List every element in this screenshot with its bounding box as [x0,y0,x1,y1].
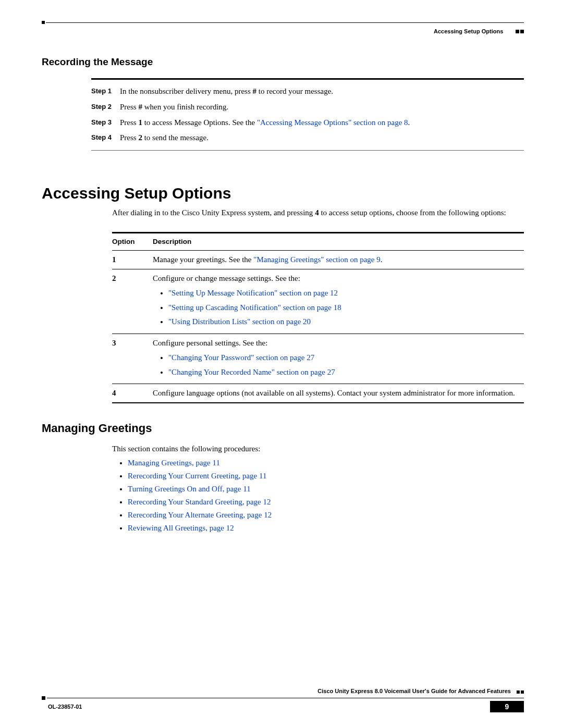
option-number: 2 [112,269,153,334]
footer-line [47,698,524,698]
option-sublist: "Setting Up Message Notification" sectio… [153,287,520,328]
xref-link[interactable]: Rerecording Your Alternate Greeting, pag… [128,511,272,519]
list-item: Managing Greetings, page 11 [128,459,524,467]
list-item: "Changing Your Recorded Name" section on… [168,366,520,378]
xref-link[interactable]: Turning Greetings On and Off, page 11 [128,485,251,493]
header-line [46,22,524,23]
xref-link[interactable]: "Changing Your Password" section on page… [168,353,314,362]
step-row: Step 1 In the nonsubscriber delivery men… [91,84,524,100]
option-number: 1 [112,251,153,269]
setup-intro: After dialing in to the Cisco Unity Expr… [112,207,524,219]
table-row: 3 Configure personal settings. See the: … [112,334,524,384]
list-item: Rerecording Your Alternate Greeting, pag… [128,511,524,520]
list-item: "Using Distribution Lists" section on pa… [168,316,520,328]
option-desc: Configure personal settings. See the: "C… [153,334,524,384]
footer-guide-row: Cisco Unity Express 8.0 Voicemail User's… [42,688,524,695]
steps-top-rule [91,78,524,80]
option-number: 4 [112,384,153,403]
list-item: Turning Greetings On and Off, page 11 [128,485,524,493]
option-sublist: "Changing Your Password" section on page… [153,352,520,378]
step-label: Step 2 [91,102,120,113]
steps-list: Step 1 In the nonsubscriber delivery men… [91,84,524,146]
footer-guide-title: Cisco Unity Express 8.0 Voicemail User's… [317,688,511,694]
xref-link[interactable]: Rerecording Your Current Greeting, page … [128,472,266,480]
step-row: Step 3 Press 1 to access Message Options… [91,115,524,131]
xref-link[interactable]: "Managing Greetings" section on page 9 [253,255,380,264]
table-row: 2 Configure or change message settings. … [112,269,524,334]
footer-rule [42,696,524,700]
footer-doc-number: OL-23857-01 [48,704,82,710]
footer-squares-icon [516,688,524,695]
xref-link[interactable]: "Using Distribution Lists" section on pa… [168,317,311,326]
table-row: 4 Configure language options (not availa… [112,384,524,403]
greetings-heading: Managing Greetings [42,422,524,435]
header-rule [42,21,524,24]
step-label: Step 3 [91,117,120,129]
options-col-head-desc: Description [153,232,524,250]
option-number: 3 [112,334,153,384]
document-page: Accessing Setup Options Recording the Me… [0,0,563,728]
list-item: Reviewing All Greetings, page 12 [128,524,524,533]
options-col-head-option: Option [112,232,153,250]
page-footer: Cisco Unity Express 8.0 Voicemail User's… [42,688,524,712]
step-label: Step 1 [91,86,120,97]
option-desc: Configure language options (not availabl… [153,384,524,403]
list-item: Rerecording Your Current Greeting, page … [128,472,524,480]
options-table: Option Description 1 Manage your greetin… [112,232,524,403]
page-number-box: 9 [490,701,524,712]
recording-heading: Recording the Message [42,56,524,68]
steps-bottom-rule [91,150,524,151]
step-row: Step 4 Press 2 to send the message. [91,130,524,146]
xref-link[interactable]: "Setting Up Message Notification" sectio… [168,289,338,297]
list-item: "Changing Your Password" section on page… [168,352,520,364]
table-row: 1 Manage your greetings. See the "Managi… [112,251,524,269]
setup-heading: Accessing Setup Options [42,184,524,202]
xref-link[interactable]: Rerecording Your Standard Greeting, page… [128,498,271,506]
header-label-row: Accessing Setup Options [42,26,524,35]
header-squares-icon [515,27,524,35]
step-text: Press 1 to access Message Options. See t… [120,117,524,129]
list-item: "Setting up Cascading Notification" sect… [168,302,520,314]
list-item: "Setting Up Message Notification" sectio… [168,287,520,299]
xref-link[interactable]: "Accessing Message Options" section on p… [257,118,408,127]
xref-link[interactable]: "Changing Your Recorded Name" section on… [168,368,335,376]
greetings-lead: This section contains the following proc… [112,445,524,453]
header-chapter-label: Accessing Setup Options [434,28,503,34]
xref-link[interactable]: Reviewing All Greetings, page 12 [128,524,234,532]
step-label: Step 4 [91,132,120,144]
step-text: In the nonsubscriber delivery menu, pres… [120,86,524,97]
option-desc: Manage your greetings. See the "Managing… [153,251,524,269]
option-desc: Configure or change message settings. Se… [153,269,524,334]
header-tick-icon [42,21,45,24]
list-item: Rerecording Your Standard Greeting, page… [128,498,524,507]
procedures-list: Managing Greetings, page 11 Rerecording … [112,459,524,533]
footer-tick-icon [42,696,45,700]
step-row: Step 2 Press # when you finish recording… [91,100,524,115]
xref-link[interactable]: Managing Greetings, page 11 [128,459,220,467]
step-text: Press 2 to send the message. [120,132,524,144]
step-text: Press # when you finish recording. [120,102,524,113]
xref-link[interactable]: "Setting up Cascading Notification" sect… [168,303,341,312]
footer-bottom-row: OL-23857-01 9 [42,701,524,712]
